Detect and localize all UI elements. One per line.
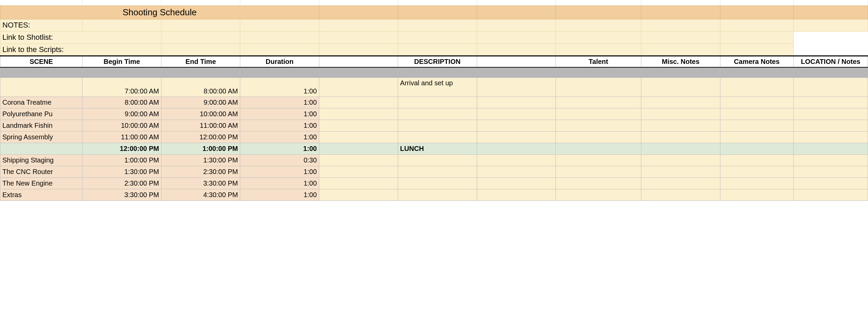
gap-cell[interactable] — [477, 143, 555, 154]
gap-cell[interactable] — [477, 166, 555, 177]
duration-cell[interactable]: 1:00 — [240, 177, 319, 189]
camera-notes-cell[interactable] — [720, 108, 793, 120]
location-cell[interactable] — [793, 120, 868, 131]
shotlist-link-label[interactable]: Link to Shotlist: — [0, 31, 162, 44]
talent-cell[interactable] — [555, 166, 641, 177]
camera-notes-cell[interactable] — [720, 131, 793, 143]
description-cell[interactable]: Arrival and set up — [398, 77, 477, 97]
scene-cell[interactable] — [0, 143, 82, 154]
talent-cell[interactable] — [555, 154, 641, 166]
description-cell[interactable]: LUNCH — [398, 143, 477, 154]
misc-notes-cell[interactable] — [641, 154, 720, 166]
begin-time-cell[interactable]: 10:00:00 AM — [82, 120, 161, 131]
gap-cell[interactable] — [319, 77, 398, 97]
gap-cell[interactable] — [319, 120, 398, 131]
camera-notes-cell[interactable] — [720, 189, 793, 201]
scene-cell[interactable]: Spring Assembly — [0, 131, 82, 143]
location-cell[interactable] — [793, 166, 868, 177]
begin-time-cell[interactable]: 8:00:00 AM — [82, 97, 161, 108]
header-end-time[interactable]: End Time — [161, 56, 240, 67]
end-time-cell[interactable]: 4:30:00 PM — [161, 189, 240, 201]
location-cell[interactable] — [793, 189, 868, 201]
description-cell[interactable] — [398, 108, 477, 120]
notes-label[interactable]: NOTES: — [0, 19, 82, 31]
misc-notes-cell[interactable] — [641, 108, 720, 120]
misc-notes-cell[interactable] — [641, 143, 720, 154]
description-cell[interactable] — [398, 120, 477, 131]
camera-notes-cell[interactable] — [720, 77, 793, 97]
duration-cell[interactable]: 1:00 — [240, 108, 319, 120]
scene-cell[interactable]: The New Engine — [0, 177, 82, 189]
scene-cell[interactable] — [0, 77, 82, 97]
gap-cell[interactable] — [477, 131, 555, 143]
duration-cell[interactable]: 0:30 — [240, 154, 319, 166]
duration-cell[interactable]: 1:00 — [240, 166, 319, 177]
gap-cell[interactable] — [477, 77, 555, 97]
gap-cell[interactable] — [477, 177, 555, 189]
begin-time-cell[interactable]: 1:00:00 PM — [82, 154, 161, 166]
camera-notes-cell[interactable] — [720, 154, 793, 166]
end-time-cell[interactable]: 3:30:00 PM — [161, 177, 240, 189]
header-begin-time[interactable]: Begin Time — [82, 56, 161, 67]
talent-cell[interactable] — [555, 189, 641, 201]
location-cell[interactable] — [793, 177, 868, 189]
gap-cell[interactable] — [477, 189, 555, 201]
gap-cell[interactable] — [319, 131, 398, 143]
misc-notes-cell[interactable] — [641, 177, 720, 189]
gap-cell[interactable] — [319, 108, 398, 120]
gap-cell[interactable] — [319, 154, 398, 166]
talent-cell[interactable] — [555, 131, 641, 143]
camera-notes-cell[interactable] — [720, 166, 793, 177]
begin-time-cell[interactable]: 9:00:00 AM — [82, 108, 161, 120]
misc-notes-cell[interactable] — [641, 120, 720, 131]
duration-cell[interactable]: 1:00 — [240, 143, 319, 154]
description-cell[interactable] — [398, 97, 477, 108]
begin-time-cell[interactable]: 3:30:00 PM — [82, 189, 161, 201]
header-camera-notes[interactable]: Camera Notes — [720, 56, 793, 67]
description-cell[interactable] — [398, 154, 477, 166]
scene-cell[interactable]: Corona Treatme — [0, 97, 82, 108]
scene-cell[interactable]: The CNC Router — [0, 166, 82, 177]
location-cell[interactable] — [793, 108, 868, 120]
description-cell[interactable] — [398, 166, 477, 177]
end-time-cell[interactable]: 11:00:00 AM — [161, 120, 240, 131]
gap-cell[interactable] — [477, 120, 555, 131]
scene-cell[interactable]: Polyurethane Pu — [0, 108, 82, 120]
end-time-cell[interactable]: 8:00:00 AM — [161, 77, 240, 97]
scene-cell[interactable]: Shipping Staging — [0, 154, 82, 166]
misc-notes-cell[interactable] — [641, 189, 720, 201]
talent-cell[interactable] — [555, 120, 641, 131]
header-gap1[interactable] — [319, 56, 398, 67]
description-cell[interactable] — [398, 131, 477, 143]
end-time-cell[interactable]: 12:00:00 PM — [161, 131, 240, 143]
duration-cell[interactable]: 1:00 — [240, 120, 319, 131]
duration-cell[interactable]: 1:00 — [240, 189, 319, 201]
end-time-cell[interactable]: 9:00:00 AM — [161, 97, 240, 108]
talent-cell[interactable] — [555, 77, 641, 97]
begin-time-cell[interactable]: 1:30:00 PM — [82, 166, 161, 177]
talent-cell[interactable] — [555, 143, 641, 154]
misc-notes-cell[interactable] — [641, 131, 720, 143]
misc-notes-cell[interactable] — [641, 77, 720, 97]
gap-cell[interactable] — [319, 177, 398, 189]
scene-cell[interactable]: Landmark Fishin — [0, 120, 82, 131]
header-misc-notes[interactable]: Misc. Notes — [641, 56, 720, 67]
gap-cell[interactable] — [319, 143, 398, 154]
header-location[interactable]: LOCATION / Notes — [793, 56, 868, 67]
duration-cell[interactable]: 1:00 — [240, 97, 319, 108]
camera-notes-cell[interactable] — [720, 120, 793, 131]
gap-cell[interactable] — [477, 154, 555, 166]
misc-notes-cell[interactable] — [641, 166, 720, 177]
header-talent[interactable]: Talent — [555, 56, 641, 67]
description-cell[interactable] — [398, 189, 477, 201]
location-cell[interactable] — [793, 143, 868, 154]
header-description[interactable]: DESCRIPTION — [398, 56, 477, 67]
description-cell[interactable] — [398, 177, 477, 189]
duration-cell[interactable]: 1:00 — [240, 131, 319, 143]
talent-cell[interactable] — [555, 177, 641, 189]
begin-time-cell[interactable]: 7:00:00 AM — [82, 77, 161, 97]
talent-cell[interactable] — [555, 108, 641, 120]
header-scene[interactable]: SCENE — [0, 56, 82, 67]
duration-cell[interactable]: 1:00 — [240, 77, 319, 97]
header-duration[interactable]: Duration — [240, 56, 319, 67]
